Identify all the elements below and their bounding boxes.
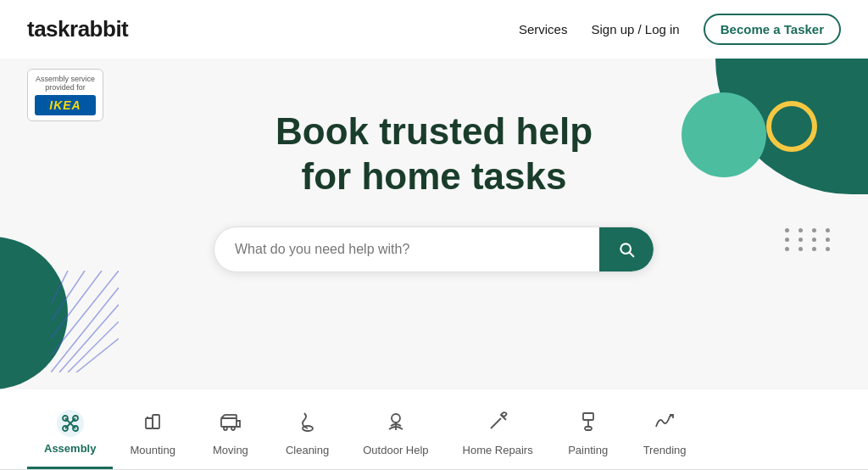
search-icon [618,241,635,258]
deco-lines [51,271,119,372]
category-tab-assembly[interactable]: Assembly [27,403,113,469]
search-button[interactable] [599,227,654,271]
services-link[interactable]: Services [519,22,568,36]
svg-rect-16 [146,418,153,428]
svg-point-14 [63,426,68,431]
trending-icon [653,410,676,439]
painting-icon [576,410,600,439]
moving-icon [219,410,242,439]
cleaning-icon [296,410,320,439]
category-label-assembly: Assembly [44,442,96,455]
hero-title: Book trusted help for home tasks [275,109,593,199]
svg-rect-31 [583,413,593,420]
svg-rect-17 [153,415,159,428]
category-label-mounting: Mounting [130,444,175,456]
become-tasker-button[interactable]: Become a Tasker [704,14,841,45]
category-tab-cleaning[interactable]: Cleaning [269,403,346,469]
category-tab-trending[interactable]: Trending [626,403,704,469]
category-label-moving: Moving [213,444,248,456]
outdoor-icon [384,410,408,439]
category-label-repairs: Home Repairs [463,444,533,456]
svg-line-3 [51,271,85,322]
category-label-outdoor: Outdoor Help [363,444,428,456]
header: taskrabbit Services Sign up / Log in Bec… [0,0,868,59]
svg-line-2 [51,271,102,339]
svg-point-27 [392,414,400,422]
category-label-painting: Painting [568,444,608,456]
search-input[interactable] [214,228,599,271]
assembly-icon [57,410,84,437]
logo[interactable]: taskrabbit [27,16,128,42]
category-tab-outdoor[interactable]: Outdoor Help [346,403,445,469]
svg-rect-19 [221,418,236,427]
category-tab-repairs[interactable]: Home Repairs [446,403,550,469]
nav: Services Sign up / Log in Become a Taske… [519,14,841,45]
category-label-cleaning: Cleaning [286,444,329,456]
category-tab-painting[interactable]: Painting [550,403,626,469]
category-tab-moving[interactable]: Moving [192,403,269,469]
category-tabs: Assembly Mounting Moving Cleaning Outdoo… [0,389,868,470]
svg-line-6 [68,322,119,372]
svg-point-20 [224,427,227,430]
svg-line-0 [51,288,119,372]
search-bar [214,227,654,272]
svg-point-12 [63,416,68,421]
svg-rect-33 [585,427,592,430]
mounting-icon [141,410,164,439]
svg-line-26 [304,427,308,428]
repairs-icon [486,410,509,439]
category-label-trending: Trending [643,444,687,456]
svg-line-9 [630,252,634,256]
auth-link[interactable]: Sign up / Log in [591,22,679,36]
category-tab-mounting[interactable]: Mounting [113,403,192,469]
svg-point-21 [231,427,235,430]
svg-point-15 [73,416,78,421]
hero-content: Book trusted help for home tasks [0,59,868,272]
hero-section: Assembly service provided for IKEA Book … [0,59,868,389]
svg-line-30 [491,418,501,428]
